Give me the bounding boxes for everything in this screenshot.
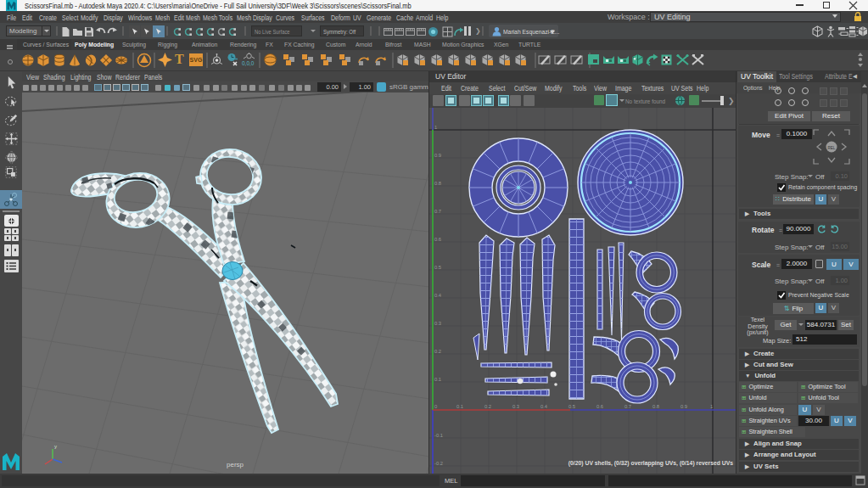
svg-text:-0.1: -0.1 bbox=[434, 433, 443, 438]
svg-text:0.7: 0.7 bbox=[624, 404, 631, 409]
svg-text:(0/20) UV shells, (0/32) overl: (0/20) UV shells, (0/32) overlapping UVs… bbox=[568, 460, 733, 467]
svg-text:0.6: 0.6 bbox=[434, 237, 441, 242]
svg-text:0.4: 0.4 bbox=[540, 404, 548, 409]
svg-text:0.9: 0.9 bbox=[434, 153, 441, 158]
svg-text:0.4: 0.4 bbox=[434, 293, 442, 298]
svg-text:0.8: 0.8 bbox=[434, 181, 441, 186]
svg-text:-0.2: -0.2 bbox=[434, 461, 443, 466]
svg-text:0.6: 0.6 bbox=[596, 404, 603, 409]
svg-text:0.2: 0.2 bbox=[434, 349, 441, 354]
svg-text:0.9: 0.9 bbox=[680, 404, 687, 409]
svg-text:0.5: 0.5 bbox=[434, 265, 441, 270]
svg-text:0.3: 0.3 bbox=[434, 321, 441, 326]
svg-text:0.5: 0.5 bbox=[568, 404, 575, 409]
svg-text:REL: REL bbox=[828, 146, 836, 150]
svg-text:y: y bbox=[54, 444, 57, 449]
svg-text:1: 1 bbox=[710, 404, 713, 409]
svg-text:0.2: 0.2 bbox=[484, 404, 491, 409]
svg-text:persp: persp bbox=[227, 461, 244, 468]
svg-text:0: 0 bbox=[434, 404, 437, 409]
svg-text:0.7: 0.7 bbox=[434, 209, 441, 214]
svg-text:0.1: 0.1 bbox=[434, 377, 441, 382]
svg-text:0.3: 0.3 bbox=[512, 404, 519, 409]
svg-text:0.1: 0.1 bbox=[456, 404, 463, 409]
svg-text:0.8: 0.8 bbox=[652, 404, 659, 409]
svg-text:1: 1 bbox=[434, 125, 437, 130]
